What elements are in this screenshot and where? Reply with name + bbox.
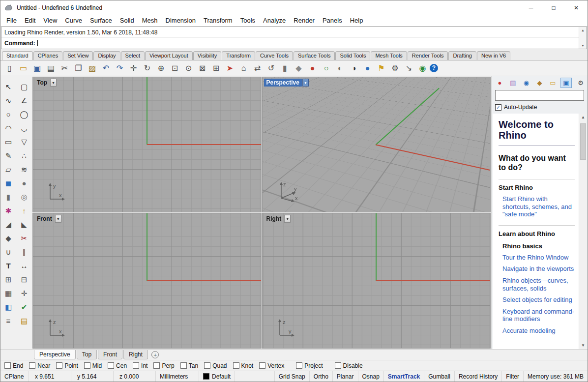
layers-panel-tab[interactable]: ▤ [507, 78, 519, 88]
tab-curve-tools[interactable]: Curve Tools [256, 51, 293, 60]
fillet-icon[interactable]: ◢ [0, 218, 16, 231]
tab-surface-tools[interactable]: Surface Tools [294, 51, 335, 60]
properties-panel-tab[interactable]: ● [494, 78, 505, 88]
menu-mesh[interactable]: Mesh [138, 17, 162, 24]
osnap-end[interactable]: End [4, 362, 23, 369]
save-icon[interactable]: ▣ [30, 62, 44, 75]
scroll-down-icon[interactable]: ▼ [581, 343, 585, 348]
viewport-menu-arrow-icon[interactable]: ▾ [284, 215, 291, 223]
scale-icon[interactable]: ↘ [402, 62, 415, 75]
menu-analyze[interactable]: Analyze [259, 17, 290, 24]
polygon-icon[interactable]: ▽ [16, 135, 32, 148]
cylinder-solid-icon[interactable]: ▮ [0, 190, 16, 204]
scroll-up-icon[interactable]: ▲ [581, 115, 585, 119]
four-viewports-icon[interactable]: ⊞ [209, 62, 223, 75]
help-row[interactable]: Select objects for editing [502, 296, 575, 304]
tab-viewport-layout[interactable]: Viewport Layout [145, 51, 193, 60]
pan-hand-icon[interactable]: ✛ [127, 62, 140, 75]
tab-select[interactable]: Select [121, 51, 145, 60]
help-row[interactable]: Tour the Rhino Window [502, 254, 575, 262]
help-row[interactable]: Rhino objects—curves, surfaces, solids [502, 277, 575, 292]
boolean-icon[interactable]: ◆ [0, 232, 16, 245]
menu-help[interactable]: Help [346, 17, 367, 24]
smarttrack-toggle[interactable]: SmartTrack [384, 371, 424, 382]
help-panel-tab[interactable]: ▣ [560, 78, 572, 88]
menu-file[interactable]: File [2, 17, 21, 24]
rendered-icon[interactable]: ◑ [347, 62, 360, 75]
zoom-dynamic-icon[interactable]: ⊕ [154, 62, 168, 75]
tab-render-tools[interactable]: Render Tools [408, 51, 448, 60]
chamfer-icon[interactable]: ◣ [16, 218, 32, 231]
options-gear-icon[interactable]: ⚙ [388, 62, 402, 75]
open-file-icon[interactable]: ▭ [17, 62, 30, 75]
circle-icon[interactable]: ○ [0, 108, 16, 121]
tab-set-view[interactable]: Set View [63, 51, 93, 60]
command-history[interactable]: Loading Rhino Render, version 1.50, Mar … [1, 27, 587, 38]
osnap-vertex[interactable]: Vertex [259, 362, 284, 369]
record-history-toggle[interactable]: Record History [455, 371, 502, 382]
tab-new-in-v6[interactable]: New in V6 [477, 51, 510, 60]
scroll-down-icon[interactable]: ▼ [581, 44, 585, 47]
command-scrollbar[interactable]: ▲ ▼ [579, 27, 587, 49]
layers-icon[interactable]: ≡ [0, 314, 16, 327]
maximize-button[interactable]: □ [542, 0, 565, 15]
osnap-disable[interactable]: Disable [335, 362, 363, 369]
display-panel-tab[interactable]: ◉ [521, 78, 532, 88]
paste-icon[interactable]: ▨ [86, 62, 99, 75]
libraries-panel-tab[interactable]: ▭ [547, 78, 559, 88]
wireframe-icon[interactable]: ○ [320, 62, 333, 75]
add-viewport-tab-button[interactable]: + [151, 351, 159, 358]
help-icon[interactable]: ? [430, 64, 438, 72]
surface-icon[interactable]: ▱ [0, 163, 16, 176]
viewport-right-title[interactable]: Right [264, 215, 284, 223]
tab-cplanes[interactable]: CPlanes [33, 51, 63, 60]
vptab-perspective[interactable]: Perspective [34, 350, 76, 359]
menu-solid[interactable]: Solid [116, 17, 138, 24]
ortho-toggle[interactable]: Ortho [310, 371, 333, 382]
render-icon[interactable]: ● [306, 62, 319, 75]
undo-icon[interactable]: ↶ [99, 62, 113, 75]
menu-dimension[interactable]: Dimension [162, 17, 200, 24]
viewport-menu-arrow-icon[interactable]: ▾ [50, 79, 57, 87]
help-row[interactable]: Navigate in the viewports [502, 265, 575, 273]
cplane-selector[interactable]: CPlane [0, 371, 29, 382]
menu-transform[interactable]: Transform [200, 17, 236, 24]
menu-edit[interactable]: Edit [21, 17, 39, 24]
tab-visibility[interactable]: Visibility [193, 51, 222, 60]
menu-tools[interactable]: Tools [236, 17, 259, 24]
viewport-perspective-title[interactable]: Perspective [264, 79, 302, 87]
rotate-view-icon[interactable]: ↻ [141, 62, 154, 75]
viewport-front-title[interactable]: Front [34, 215, 55, 223]
notes-icon[interactable]: ▤ [16, 314, 32, 327]
zoom-window-icon[interactable]: ⊡ [168, 62, 181, 75]
rotate-camera-icon[interactable]: ↺ [265, 62, 278, 75]
vptab-front[interactable]: Front [98, 350, 122, 359]
help-row[interactable]: Start Rhino with shortcuts, schemes, and… [502, 195, 575, 218]
check-icon[interactable]: ✔ [16, 300, 32, 314]
tab-standard[interactable]: Standard [2, 51, 33, 60]
tube-icon[interactable]: ◎ [16, 190, 32, 204]
menu-curve[interactable]: Curve [61, 17, 86, 24]
polyline-icon[interactable]: ∠ [16, 94, 32, 107]
planar-toggle[interactable]: Planar [333, 371, 358, 382]
car-icon[interactable]: ➤ [223, 62, 236, 75]
snap-icon[interactable]: ✛ [16, 287, 32, 300]
gumball-toggle[interactable]: Gumball [424, 371, 455, 382]
dimension-icon[interactable]: ↔ [16, 259, 32, 272]
earth-icon[interactable]: ◉ [416, 62, 429, 75]
text-icon[interactable]: T [0, 259, 16, 272]
box-icon[interactable]: ◼ [0, 176, 16, 190]
osnap-knot[interactable]: Knot [233, 362, 254, 369]
home-view-icon[interactable]: ⌂ [237, 62, 250, 75]
command-line[interactable]: Command: [1, 38, 587, 48]
osnap-mid[interactable]: Mid [84, 362, 102, 369]
osnap-point[interactable]: Point [56, 362, 78, 369]
viewport-menu-arrow-icon[interactable]: ▾ [302, 79, 309, 87]
split-icon[interactable]: ∥ [16, 245, 32, 259]
gumball-icon[interactable]: ◆ [292, 62, 305, 75]
new-file-icon[interactable]: ▯ [3, 62, 16, 75]
tab-transform[interactable]: Transform [222, 51, 255, 60]
menu-surface[interactable]: Surface [86, 17, 116, 24]
osnap-tan[interactable]: Tan [180, 362, 198, 369]
osnap-perp[interactable]: Perp [153, 362, 174, 369]
